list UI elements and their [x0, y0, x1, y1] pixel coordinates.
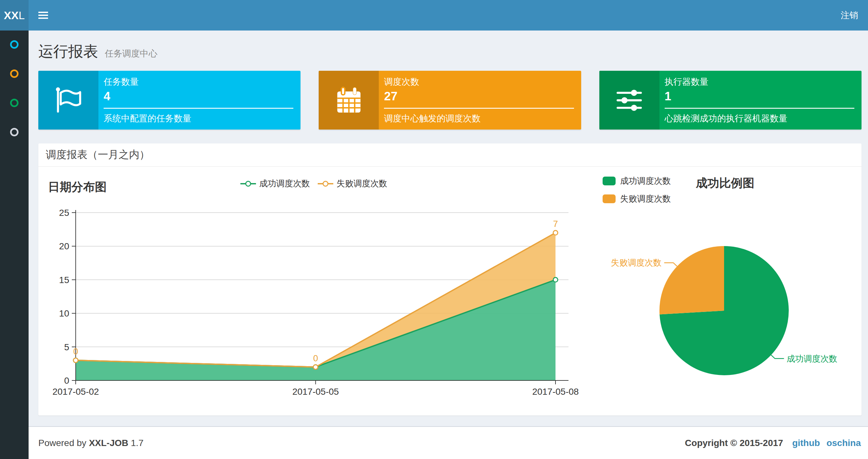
footer-powered: Powered by XXL-JOB 1.7 [38, 438, 144, 448]
sidebar-item-help circle-icon[interactable] [10, 128, 19, 136]
app-logo[interactable]: XXL [0, 0, 29, 31]
info-box-divider [104, 108, 293, 109]
info-box-jobs-body: 任务数量 4 系统中配置的任务数量 [98, 71, 301, 130]
svg-text:5: 5 [64, 342, 69, 352]
info-box-triggers: 调度次数 27 调度中心触发的调度次数 [319, 71, 581, 130]
page-subtitle: 任务调度中心 [104, 49, 157, 59]
report-panel: 调度报表（一月之内） 日期分布图 成功调度次数 失败调度次数 [38, 143, 862, 416]
info-box-description: 心跳检测成功的执行器机器数量 [664, 112, 855, 124]
line-legend-marker-icon [318, 181, 333, 187]
pie-chart-canvas: 成功调度次数失败调度次数 [584, 167, 862, 415]
footer-copyright: Copyright © 2015-2017 [685, 438, 783, 448]
svg-text:0: 0 [73, 347, 78, 356]
top-navbar: XXL 注销 [0, 0, 868, 31]
info-box-row: 任务数量 4 系统中配置的任务数量 [38, 71, 862, 130]
line-legend-marker-icon [240, 181, 256, 187]
svg-text:2017-05-02: 2017-05-02 [52, 387, 99, 397]
sidebar-item-dashboard circle-icon[interactable] [10, 40, 19, 49]
info-box-label: 任务数量 [104, 76, 293, 88]
footer-product: XXL-JOB [89, 438, 128, 448]
info-box-description: 系统中配置的任务数量 [104, 112, 293, 124]
info-box-value: 27 [384, 90, 574, 103]
svg-text:0: 0 [64, 375, 69, 386]
success-ratio-chart: 成功调度次数 失败调度次数 成功比例图 成功调度次数失败调度次数 [584, 167, 862, 415]
info-box-value: 1 [664, 90, 855, 103]
svg-text:10: 10 [59, 308, 69, 319]
report-panel-body: 日期分布图 成功调度次数 失败调度次数 05101520252017-0 [38, 167, 862, 415]
svg-text:15: 15 [59, 275, 69, 285]
line-chart-canvas: 05101520252017-05-022017-05-052017-05-08… [38, 198, 584, 414]
sidebar-item-job circle-icon[interactable] [10, 69, 19, 78]
logout-link[interactable]: 注销 [831, 0, 868, 31]
report-panel-header: 调度报表（一月之内） [38, 143, 862, 167]
line-chart-legend: 成功调度次数 失败调度次数 [240, 178, 387, 189]
svg-text:2017-05-08: 2017-05-08 [532, 387, 579, 397]
info-box-description: 调度中心触发的调度次数 [384, 112, 574, 124]
svg-text:25: 25 [59, 208, 69, 218]
legend-item-success[interactable]: 成功调度次数 [240, 178, 310, 189]
legend-label: 失败调度次数 [337, 178, 387, 189]
info-box-triggers-body: 调度次数 27 调度中心触发的调度次数 [379, 71, 581, 130]
info-box-value: 4 [104, 90, 293, 103]
content-header: 运行报表 任务调度中心 [38, 41, 862, 62]
oschina-link[interactable]: oschina [827, 438, 861, 448]
svg-text:2017-05-05: 2017-05-05 [292, 387, 339, 397]
footer-links: Copyright © 2015-2017 github oschina [685, 438, 861, 448]
sidebar [0, 31, 29, 459]
sliders-icon [599, 71, 659, 130]
info-box-divider [664, 108, 855, 109]
main-area: 运行报表 任务调度中心 任务数量 4 [29, 31, 868, 459]
navbar-main: 注销 [29, 0, 868, 31]
footer-version: 1.7 [131, 438, 144, 448]
info-box-label: 调度次数 [384, 76, 574, 88]
github-link[interactable]: github [792, 438, 820, 448]
date-distribution-chart: 日期分布图 成功调度次数 失败调度次数 05101520252017-0 [38, 167, 584, 415]
legend-item-fail[interactable]: 失败调度次数 [318, 178, 387, 189]
info-box-jobs: 任务数量 4 系统中配置的任务数量 [38, 71, 301, 130]
svg-text:20: 20 [59, 241, 69, 251]
page-wrapper: 运行报表 任务调度中心 任务数量 4 [0, 31, 868, 459]
app-logo-rest: L [19, 9, 25, 22]
svg-text:成功调度次数: 成功调度次数 [786, 354, 837, 364]
svg-text:0: 0 [313, 354, 318, 363]
svg-text:失败调度次数: 失败调度次数 [611, 258, 662, 267]
flag-icon [38, 71, 98, 130]
sidebar-toggle-icon[interactable] [32, 0, 55, 31]
line-chart-title: 日期分布图 [48, 179, 106, 195]
sidebar-item-executor circle-icon[interactable] [10, 99, 19, 107]
info-box-executors-body: 执行器数量 1 心跳检测成功的执行器机器数量 [659, 71, 862, 130]
legend-label: 成功调度次数 [259, 178, 310, 189]
info-box-label: 执行器数量 [664, 76, 855, 88]
content-area: 运行报表 任务调度中心 任务数量 4 [29, 31, 868, 426]
svg-text:7: 7 [553, 219, 558, 229]
page-footer: Powered by XXL-JOB 1.7 Copyright © 2015-… [29, 426, 868, 459]
report-panel-title: 调度报表（一月之内） [46, 148, 150, 162]
app-logo-bold: XX [4, 9, 19, 22]
calendar-icon [319, 71, 379, 130]
info-box-executors: 执行器数量 1 心跳检测成功的执行器机器数量 [599, 71, 862, 130]
footer-powered-prefix: Powered by [38, 438, 86, 448]
page-title: 运行报表 [38, 43, 98, 60]
info-box-divider [384, 108, 574, 109]
